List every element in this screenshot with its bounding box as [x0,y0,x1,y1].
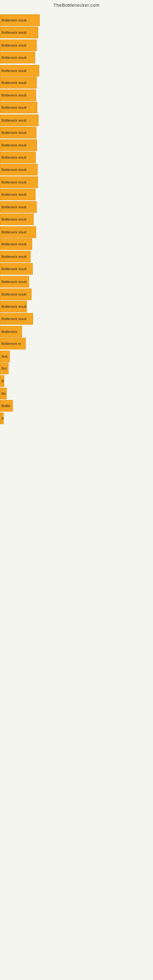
bar-item: Bottleneck result [0,151,36,163]
bar-label: Bottleneck result [2,255,26,258]
bar-item: Bottleneck result [0,52,35,64]
bar-item: Bottleneck result [0,40,37,51]
bar-item: Bottleneck result [0,313,33,325]
bar-item: Bott [0,351,10,362]
bar-label: Bottleneck result [2,156,26,159]
bar-label: Bo [2,392,5,395]
bar-label: Bottleneck result [2,205,26,209]
bar-label: Bottleneck result [2,69,26,73]
bar-item: Bottleneck result [0,177,38,188]
bar-item: Bottleneck result [0,201,37,213]
bar-label: Bottleneck re [2,342,21,345]
bar-item: Bottleneck result [0,27,38,38]
bar-label: Bottleneck result [2,56,26,59]
bar-item: Bottleneck result [0,164,38,175]
bar-label: Bottleneck result [2,305,26,309]
bar-item: Bottleneck result [0,65,39,76]
bar-item: Bottleneck result [0,226,36,238]
bar-label: Bottleneck result [2,18,26,22]
bar-label: Bottleneck [2,330,17,334]
bar-label: Bott [2,355,8,358]
bar-label: Bottleneck result [2,168,26,172]
bar-label: Bottleneck result [2,106,26,109]
bar-item: Bottleneck result [0,213,33,225]
bar-item: B [0,375,4,387]
chart-area: Bottleneck resultBottleneck resultBottle… [0,9,153,970]
bar-label: Bottleneck result [2,267,26,271]
bar-label: Bottleneck result [2,242,26,246]
bar-item: Bot [0,363,9,374]
bar-item: Bottleneck result [0,189,35,200]
bar-label: Bottleneck result [2,30,26,34]
bar-item: Bottleneck result [0,127,37,138]
bar-label: B [2,379,4,383]
bar-item: B [0,412,4,424]
bar-label: Bottleneck result [2,218,26,221]
bar-item: Bottleneck result [0,77,37,89]
bar-item: Bottleneck result [0,263,33,275]
bar-label: Bot [2,367,7,370]
bar-label: Bottleneck result [2,230,26,234]
bar-label: Bottleneck result [2,180,26,184]
bar-label: Bottleneck result [2,317,26,321]
bar-item: Bottleneck result [0,288,32,300]
bar-item: Bottleneck result [0,89,36,101]
bar-label: Bottleneck result [2,119,26,122]
bar-label: Bottleneck result [2,293,26,296]
bar-item: Bottleneck result [0,14,40,26]
bar-item: Bottleneck result [0,276,29,288]
bar-item: Bottleneck [0,326,22,337]
bar-item: Bottleneck result [0,102,37,113]
bar-label: Bottleneck result [2,81,26,84]
bar-item: Bottleneck result [0,301,27,312]
bar-item: Bottle [0,400,13,412]
bar-item: Bottleneck result [0,251,30,262]
bar-label: Bottleneck result [2,280,26,283]
bar-label: B [2,417,4,420]
bar-label: Bottleneck result [2,131,26,134]
bar-item: Bottleneck re [0,338,26,350]
bar-item: Bottleneck result [0,238,32,250]
bar-label: Bottleneck result [2,192,26,196]
bar-label: Bottleneck result [2,143,26,147]
bar-item: Bo [0,388,7,399]
bar-item: Bottleneck result [0,139,37,151]
bar-item: Bottleneck result [0,115,38,126]
bar-label: Bottle [2,404,10,407]
site-title: TheBottlenecker.com [0,0,153,9]
bar-label: Bottleneck result [2,43,26,47]
bar-label: Bottleneck result [2,94,26,97]
